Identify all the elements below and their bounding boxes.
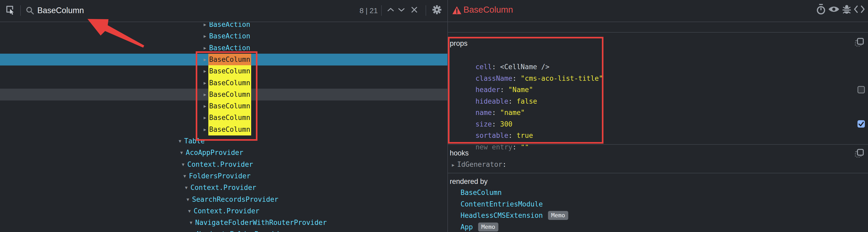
tree-row[interactable]: ▸ BaseAction (0, 42, 447, 54)
component-name[interactable]: BaseColumn (208, 89, 251, 100)
suspend-timer-button[interactable] (815, 4, 827, 16)
settings-button[interactable] (431, 4, 443, 16)
toolbar-bottom-divider (0, 22, 868, 22)
next-result-button[interactable] (395, 4, 407, 16)
props-section-label: props (450, 39, 468, 48)
inspect-dom-button[interactable] (828, 4, 840, 16)
tree-row[interactable]: ▸ BaseColumn (0, 77, 447, 89)
expand-arrow-icon[interactable]: ▸ (204, 42, 209, 54)
expand-arrow-icon[interactable]: ▾ (191, 228, 196, 232)
prop-row[interactable]: header: "Name" (459, 72, 533, 84)
tree-row[interactable]: ▾ NavigateFolderProvider (0, 228, 447, 232)
clear-search-button[interactable] (408, 4, 420, 16)
expand-arrow-icon[interactable]: ▸ (204, 65, 209, 77)
component-name[interactable]: AcoAppProvider (186, 147, 243, 158)
expand-arrow-icon[interactable]: ▸ (452, 162, 455, 168)
component-name[interactable]: Context.Provider (194, 205, 259, 217)
search-input[interactable] (37, 4, 339, 17)
component-name[interactable]: SearchRecordsProvider (192, 194, 278, 205)
component-name[interactable]: BaseColumn (208, 77, 251, 89)
tree-row[interactable]: ▾ Context.Provider (0, 158, 447, 170)
inspect-element-button[interactable] (4, 4, 16, 16)
view-source-button[interactable] (853, 4, 865, 16)
expand-arrow-icon[interactable]: ▸ (204, 100, 209, 112)
copy-props-button[interactable] (853, 37, 865, 49)
component-name[interactable]: NavigateFolderWithRouterProvider (195, 217, 327, 229)
prop-row[interactable]: name: "name" (459, 95, 525, 107)
component-name[interactable]: BaseColumn (208, 100, 251, 112)
tree-row[interactable]: ▾ SearchRecordsProvider (0, 194, 447, 205)
owner-component-link[interactable]: App (461, 223, 473, 231)
tree-row[interactable]: ▾ Context.Provider (0, 205, 447, 217)
component-name[interactable]: BaseAction (209, 42, 250, 54)
gear-icon (432, 5, 442, 16)
prop-row[interactable]: cell: <CellName /> (459, 50, 549, 61)
component-name[interactable]: BaseColumn (208, 54, 251, 65)
hook-row[interactable]: ▸IdGenerator: (452, 158, 506, 170)
rendered-by-row: HeadlessCMSExtensionMemo (461, 210, 568, 221)
prop-row[interactable]: sortable: true (459, 118, 533, 130)
code-brackets-icon (854, 5, 865, 14)
previous-result-button[interactable] (384, 4, 397, 16)
prop-row[interactable]: new entry: "" (459, 130, 529, 141)
copy-icon (855, 38, 864, 48)
expand-arrow-icon[interactable]: ▾ (187, 194, 192, 205)
prop-row[interactable]: hideable: false (459, 84, 537, 95)
owner-component-link[interactable]: ContentEntriesModule (461, 200, 543, 208)
component-name[interactable]: Table (184, 135, 205, 147)
tree-row[interactable]: ▾ Context.Provider (0, 182, 447, 194)
inspector-divider (448, 32, 868, 33)
expand-arrow-icon[interactable]: ▸ (204, 124, 209, 136)
component-name[interactable]: BaseColumn (208, 112, 251, 124)
search-icon (26, 6, 34, 16)
inspector-divider (448, 144, 868, 145)
tree-row[interactable]: ▾ NavigateFolderWithRouterProvider (0, 217, 447, 229)
expand-arrow-icon[interactable]: ▾ (179, 135, 184, 147)
prop-row[interactable]: className: "cms-aco-list-title" (459, 61, 603, 72)
tree-row[interactable]: ▸ BaseColumn (0, 54, 447, 65)
component-name[interactable]: BaseColumn (208, 124, 251, 136)
expand-arrow-icon[interactable]: ▸ (204, 30, 209, 42)
tree-row[interactable]: ▸ BaseColumn (0, 124, 447, 136)
prop-checkbox-unchecked[interactable] (858, 86, 865, 93)
component-name[interactable]: BaseAction (209, 22, 250, 30)
tree-row[interactable]: ▾ AcoAppProvider (0, 147, 447, 158)
component-name[interactable]: BaseAction (209, 30, 250, 42)
error-warning-icon (452, 6, 462, 16)
tree-row[interactable]: ▸ BaseColumn (0, 100, 447, 112)
tree-row[interactable]: ▸ BaseAction (0, 30, 447, 42)
log-to-console-button[interactable] (841, 4, 853, 16)
component-name[interactable]: NavigateFolderProvider (197, 228, 287, 232)
panel-divider[interactable] (447, 0, 448, 232)
component-name[interactable]: BaseColumn (208, 65, 251, 77)
expand-arrow-icon[interactable]: ▸ (204, 89, 209, 100)
component-name[interactable]: Context.Provider (190, 182, 256, 194)
inspected-component-title: BaseColumn (463, 5, 513, 15)
prop-checkbox-checked[interactable] (858, 120, 865, 127)
expand-arrow-icon[interactable]: ▸ (204, 77, 209, 89)
expand-arrow-icon[interactable]: ▸ (204, 22, 209, 30)
tree-row[interactable]: ▸ BaseColumn (0, 112, 447, 124)
expand-arrow-icon[interactable]: ▾ (185, 182, 190, 194)
tree-row[interactable]: ▾ Table (0, 135, 447, 147)
component-tree: ▸ BaseAction ▸ BaseAction ▸ BaseAction ▸… (0, 22, 447, 232)
expand-arrow-icon[interactable]: ▸ (204, 54, 209, 65)
tree-row[interactable]: ▸ BaseColumn (0, 65, 447, 77)
copy-hooks-button[interactable] (853, 148, 865, 160)
expand-arrow-icon[interactable]: ▾ (183, 170, 189, 182)
expand-arrow-icon[interactable]: ▸ (204, 112, 209, 124)
expand-arrow-icon[interactable]: ▾ (188, 205, 193, 217)
component-name[interactable]: FoldersProvider (189, 170, 251, 182)
owner-component-link[interactable]: BaseColumn (461, 188, 502, 197)
prop-row[interactable]: size: 300 (459, 107, 513, 118)
owner-component-link[interactable]: HeadlessCMSExtension (461, 211, 543, 220)
tree-row[interactable]: ▸ BaseColumn (0, 89, 447, 100)
expand-arrow-icon[interactable]: ▾ (190, 217, 195, 229)
expand-arrow-icon[interactable]: ▾ (180, 147, 185, 158)
prop-value[interactable]: "cms-aco-list-title" (521, 75, 603, 82)
tree-row[interactable]: ▾ FoldersProvider (0, 170, 447, 182)
component-name[interactable]: Context.Provider (187, 158, 253, 170)
tree-row[interactable]: ▸ BaseAction (0, 22, 447, 30)
expand-arrow-icon[interactable]: ▾ (182, 158, 187, 170)
hook-name[interactable]: IdGenerator (457, 161, 502, 168)
